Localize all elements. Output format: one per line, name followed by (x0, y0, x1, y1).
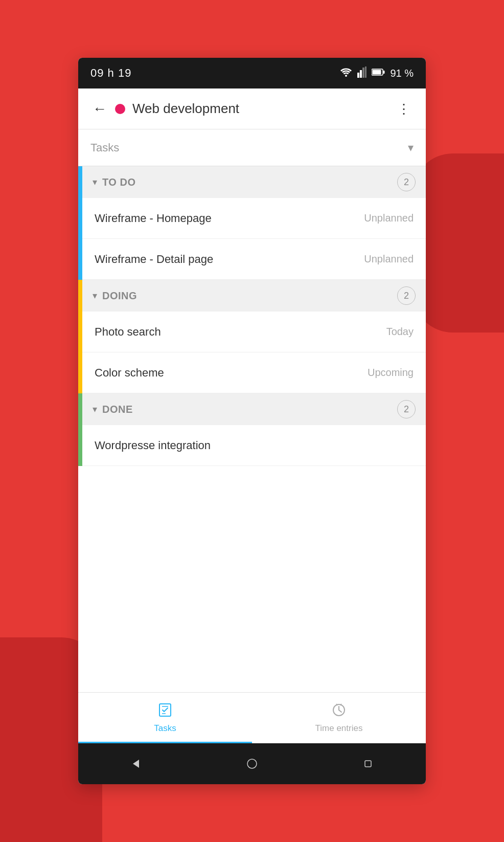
task-meta-color-scheme: Upcoming (368, 367, 414, 379)
task-meta-wireframe-homepage: Unplanned (364, 212, 414, 224)
more-dots-icon: ⋮ (397, 102, 411, 116)
back-button[interactable]: ← (88, 98, 111, 120)
task-name-color-scheme: Color scheme (95, 366, 164, 380)
section-body-done: ▾ Done 2 Wordpresse integration (82, 393, 426, 466)
section-header-todo[interactable]: ▾ To do 2 (82, 166, 426, 198)
svg-rect-3 (362, 68, 364, 78)
svg-rect-18 (365, 761, 371, 767)
toolbar: ← Web development ⋮ (78, 88, 426, 129)
section-done: ▾ Done 2 Wordpresse integration (78, 393, 426, 466)
android-back-button[interactable] (130, 758, 142, 770)
task-item-photo-search[interactable]: Photo search Today (82, 312, 426, 352)
section-chevron-done-icon: ▾ (93, 404, 97, 415)
svg-rect-1 (357, 73, 359, 78)
section-bar-done (78, 393, 82, 466)
nav-item-tasks[interactable]: Tasks (78, 693, 252, 743)
section-count-todo: 2 (397, 173, 416, 191)
status-icons: 91 % (340, 67, 414, 80)
battery-icon (372, 68, 385, 79)
task-meta-wireframe-detail: Unplanned (364, 253, 414, 265)
wifi-icon (340, 68, 352, 79)
android-recents-button[interactable] (362, 758, 374, 770)
svg-line-13 (339, 710, 341, 712)
task-name-wordpress: Wordpresse integration (95, 439, 211, 452)
nav-item-time-entries[interactable]: Time entries (252, 693, 426, 743)
section-count-doing: 2 (397, 286, 416, 305)
bg-shape-right (412, 153, 504, 333)
tasks-filter-label: Tasks (90, 141, 119, 154)
section-title-doing: Doing (102, 290, 397, 302)
svg-rect-4 (365, 67, 366, 78)
signal-icon (357, 67, 366, 80)
svg-point-17 (247, 759, 257, 768)
tasks-nav-icon (157, 702, 173, 721)
task-name-wireframe-detail: Wireframe - Detail page (95, 253, 213, 266)
project-color-dot (115, 104, 125, 114)
bottom-nav: Tasks Time entries (78, 692, 426, 743)
section-chevron-doing-icon: ▾ (93, 290, 97, 301)
battery-percent: 91 % (390, 68, 414, 79)
section-title-todo: To do (102, 176, 397, 188)
section-title-done: Done (102, 404, 397, 415)
section-body-todo: ▾ To do 2 Wireframe - Homepage Unplanned… (82, 166, 426, 280)
section-header-done[interactable]: ▾ Done 2 (82, 393, 426, 425)
section-bar-todo (78, 166, 82, 280)
back-arrow-icon: ← (93, 101, 107, 117)
phone-container: 09 h 19 (78, 58, 426, 784)
section-doing: ▾ Doing 2 Photo search Today Color schem… (78, 280, 426, 393)
section-count-done: 2 (397, 400, 416, 418)
task-meta-photo-search: Today (386, 326, 414, 338)
tasks-nav-label: Tasks (154, 723, 176, 734)
main-content: ▾ To do 2 Wireframe - Homepage Unplanned… (78, 166, 426, 692)
more-menu-button[interactable]: ⋮ (393, 98, 416, 120)
time-entries-nav-icon (331, 702, 347, 721)
status-bar: 09 h 19 (78, 58, 426, 88)
toolbar-title: Web development (132, 101, 393, 117)
task-name-photo-search: Photo search (95, 325, 161, 339)
section-todo: ▾ To do 2 Wireframe - Homepage Unplanned… (78, 166, 426, 280)
svg-rect-2 (360, 70, 362, 78)
section-bar-doing (78, 280, 82, 393)
section-chevron-todo-icon: ▾ (93, 176, 97, 188)
time-entries-nav-label: Time entries (315, 723, 363, 734)
svg-rect-7 (383, 71, 385, 74)
status-time: 09 h 19 (90, 67, 131, 80)
tasks-filter-chevron-icon: ▾ (408, 141, 414, 154)
android-home-button[interactable] (246, 758, 258, 770)
task-item-wordpress[interactable]: Wordpresse integration (82, 425, 426, 466)
task-item-color-scheme[interactable]: Color scheme Upcoming (82, 352, 426, 393)
section-header-doing[interactable]: ▾ Doing 2 (82, 280, 426, 312)
android-nav (78, 743, 426, 784)
svg-marker-16 (133, 760, 139, 768)
task-item-wireframe-detail[interactable]: Wireframe - Detail page Unplanned (82, 239, 426, 280)
section-body-doing: ▾ Doing 2 Photo search Today Color schem… (82, 280, 426, 393)
svg-rect-6 (373, 70, 381, 74)
task-item-wireframe-homepage[interactable]: Wireframe - Homepage Unplanned (82, 198, 426, 239)
tasks-filter-row[interactable]: Tasks ▾ (78, 129, 426, 166)
svg-point-0 (345, 75, 347, 77)
task-name-wireframe-homepage: Wireframe - Homepage (95, 212, 212, 225)
